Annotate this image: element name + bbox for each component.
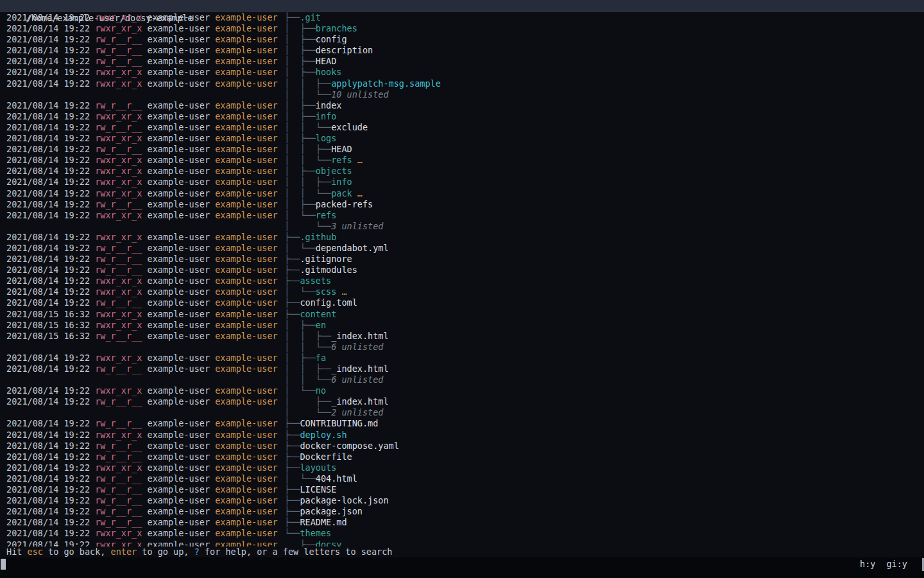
tree-branch: │ └── [284,385,316,396]
file-row[interactable]: 2021/08/15 16:32 rwxr_xr_x example-user … [0,320,924,331]
file-meta: 2021/08/14 19:22 rwxr_xr_x example-user … [6,430,284,441]
file-row[interactable]: 2021/08/15 16:32 rw_r__r__ example-user … [0,331,924,342]
file-row[interactable]: 2021/08/14 19:22 rw_r__r__ example-user … [0,254,924,265]
file-owner: example-user [148,199,210,209]
file-meta: 2021/08/14 19:22 rwxr_xr_x example-user … [6,166,284,177]
file-time: 19:22 [64,122,90,132]
file-row[interactable]: 2021/08/14 19:22 rw_r__r__ example-user … [0,396,924,407]
file-row[interactable]: 2021/08/14 19:22 rwxr_xr_x example-user … [0,155,924,166]
dir-name: info [316,111,337,121]
hint-key: esc [28,547,43,557]
file-group: example-user [215,484,278,495]
tree-branch: │ ├── [284,353,316,363]
file-time: 19:22 [64,111,90,121]
file-row[interactable]: 2021/08/14 19:22 rwxr_xr_x example-user … [0,67,924,78]
file-meta: 2021/08/14 19:22 rw_r__r__ example-user … [6,484,284,495]
file-row[interactable]: 2021/08/14 19:22 rw_r__r__ example-user … [0,34,924,45]
toggle-hidden: h:y [860,559,875,569]
file-row[interactable]: 2021/08/14 19:22 rwxr_xr_x example-user … [0,78,924,89]
file-row[interactable]: 2021/08/14 19:22 rw_r__r__ example-user … [0,451,924,462]
file-row[interactable]: 2021/08/14 19:22 rwxr_xr_x example-user … [0,133,924,144]
file-group: example-user [215,67,278,77]
dir-name: scss [316,286,337,297]
file-meta: 2021/08/14 19:22 rw_r__r__ example-user … [6,45,284,56]
file-row[interactable]: 2021/08/14 19:22 rw_r__r__ example-user … [0,506,924,517]
file-name: README.md [300,517,346,527]
file-meta: 2021/08/14 19:22 rw_r__r__ example-user … [6,199,284,210]
file-name: dependabot.yml [316,243,389,253]
file-row[interactable]: 2021/08/14 19:22 rwxr_xr_x example-user … [0,166,924,177]
file-row[interactable]: 2021/08/14 19:22 rwxr_xr_x example-user … [0,111,924,122]
file-row[interactable]: 2021/08/14 19:22 rwxr_xr_x example-user … [0,385,924,396]
file-meta: 2021/08/14 19:22 rw_r__r__ example-user … [6,265,284,276]
file-row[interactable]: 2021/08/14 19:22 rw_r__r__ example-user … [0,473,924,484]
file-row[interactable]: 2021/08/14 19:22 rwxr_xr_x example-user … [0,23,924,34]
unlisted-row: │ │ └──6 unlisted [0,342,924,353]
file-time: 19:22 [64,473,90,484]
file-row[interactable]: 2021/08/14 19:22 rw_r__r__ example-user … [0,484,924,495]
dir-name: logs [316,133,337,143]
file-group: example-user [215,331,278,341]
file-meta: 2021/08/14 19:22 rwxr_xr_x example-user … [6,111,284,122]
tree-branch: │ │ └── [284,155,331,165]
file-row[interactable]: 2021/08/14 19:22 rwxr_xr_x example-user … [0,528,924,539]
file-row[interactable]: 2021/08/14 19:22 rw_r__r__ example-user … [0,122,924,133]
file-row[interactable]: 2021/08/14 19:22 rwxr_xr_x example-user … [0,276,924,286]
status-toggles: h:ygi:y [860,559,907,570]
file-date: 2021/08/14 [6,418,58,428]
tree-branch: ├── [284,484,300,495]
file-row[interactable]: 2021/08/14 19:22 rwxr_xr_x example-user … [0,539,924,547]
file-row[interactable]: 2021/08/14 19:22 rw_r__r__ example-user … [0,517,924,528]
file-row[interactable]: 2021/08/14 19:22 rwxr_xr_x example-user … [0,232,924,243]
file-permissions: rwxr_xr_x [95,155,142,165]
file-owner: example-user [148,418,210,428]
file-row[interactable]: 2021/08/14 19:22 rw_r__r__ example-user … [0,441,924,451]
file-row[interactable]: 2021/08/14 19:22 rwxr_xr_x example-user … [0,210,924,221]
file-time: 19:22 [64,353,90,363]
file-date: 2021/08/14 [6,484,58,495]
file-permissions: rw_r__r__ [95,396,142,407]
file-row[interactable]: 2021/08/14 19:22 rwxr_xr_x example-user … [0,353,924,363]
file-row[interactable]: 2021/08/14 19:22 rw_r__r__ example-user … [0,144,924,155]
hint-text: to go up, [137,547,194,557]
file-row[interactable]: 2021/08/14 19:22 rwxr_xr_x example-user … [0,430,924,441]
file-date: 2021/08/14 [6,199,58,209]
file-row[interactable]: 2021/08/14 19:22 rw_r__r__ example-user … [0,265,924,276]
file-meta: 2021/08/14 19:22 rw_r__r__ example-user … [6,363,284,374]
search-input[interactable]: h:ygi:y [0,557,924,578]
file-row[interactable]: 2021/08/14 19:22 rw_r__r__ example-user … [0,418,924,429]
file-row[interactable]: 2021/08/14 19:22 rwxr_xr_x example-user … [0,188,924,199]
file-permissions: rw_r__r__ [95,473,142,484]
file-row[interactable]: 2021/08/14 19:22 rw_r__r__ example-user … [0,199,924,210]
file-owner: example-user [148,122,210,132]
file-row[interactable]: 2021/08/14 19:22 rw_r__r__ example-user … [0,297,924,308]
file-row[interactable]: 2021/08/14 19:22 rw_r__r__ example-user … [0,45,924,56]
file-group: example-user [215,451,278,462]
file-group: example-user [215,309,278,319]
file-time: 19:22 [64,210,90,220]
file-time: 19:22 [64,430,90,440]
file-row[interactable]: 2021/08/14 19:22 rwxr_xr_x example-user … [0,286,924,297]
file-permissions: rwxr_xr_x [95,111,142,121]
file-group: example-user [215,517,278,527]
file-date: 2021/08/14 [6,276,58,286]
file-permissions: rw_r__r__ [95,451,142,462]
file-row[interactable]: 2021/08/14 19:22 rwxr_xr_x example-user … [0,177,924,188]
file-group: example-user [215,320,278,330]
file-row[interactable]: 2021/08/14 19:22 rw_r__r__ example-user … [0,56,924,67]
file-row[interactable]: 2021/08/15 16:32 rwxr_xr_x example-user … [0,309,924,320]
file-row[interactable]: 2021/08/14 19:22 rw_r__r__ example-user … [0,363,924,374]
file-row[interactable]: 2021/08/14 19:22 rwxr_xr_x example-user … [0,12,924,23]
file-meta: 2021/08/14 19:22 rw_r__r__ example-user … [6,418,284,429]
file-group: example-user [215,286,278,297]
file-meta: 2021/08/14 19:22 rw_r__r__ example-user … [6,34,284,45]
file-row[interactable]: 2021/08/14 19:22 rwxr_xr_x example-user … [0,462,924,473]
file-group: example-user [215,254,278,264]
file-row[interactable]: 2021/08/14 19:22 rw_r__r__ example-user … [0,243,924,254]
file-meta: 2021/08/14 19:22 rw_r__r__ example-user … [6,396,284,407]
file-row[interactable]: 2021/08/14 19:22 rw_r__r__ example-user … [0,495,924,506]
dir-name: no [316,385,326,396]
unlisted-row: │ └──2 unlisted [0,407,924,418]
file-row[interactable]: 2021/08/14 19:22 rw_r__r__ example-user … [0,100,924,111]
file-time: 19:22 [64,23,90,33]
